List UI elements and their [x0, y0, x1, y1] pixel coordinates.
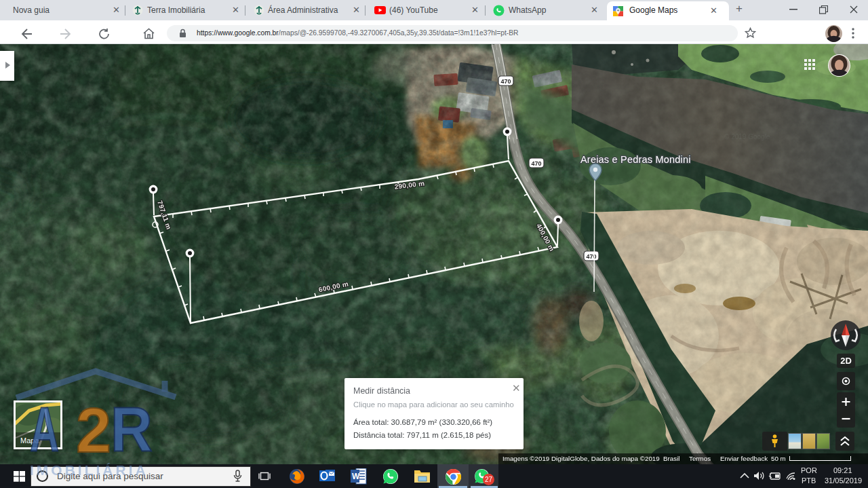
svg-text:IMOBILIÁRIA: IMOBILIÁRIA — [30, 462, 149, 478]
svg-text:A: A — [30, 394, 59, 464]
svg-text:470: 470 — [586, 253, 596, 260]
svg-text:2: 2 — [76, 396, 111, 465]
svg-text:470: 470 — [500, 78, 511, 85]
svg-text:W: W — [352, 472, 360, 481]
svg-text:470: 470 — [531, 160, 541, 167]
svg-text:R: R — [111, 394, 153, 464]
